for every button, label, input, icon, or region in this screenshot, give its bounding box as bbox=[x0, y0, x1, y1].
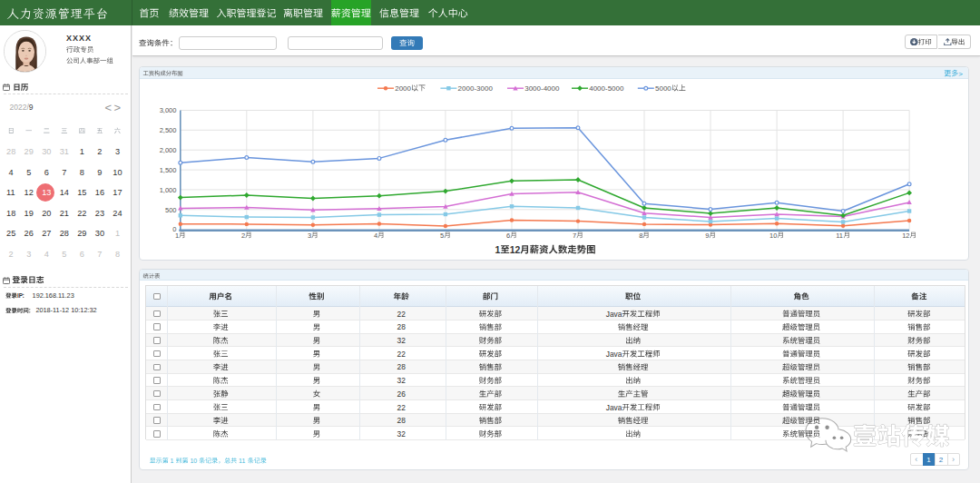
svg-text:2,000: 2,000 bbox=[160, 146, 177, 154]
svg-text:3000-4000: 3000-4000 bbox=[524, 84, 560, 93]
svg-text:2: 2 bbox=[241, 232, 245, 240]
svg-text:4: 4 bbox=[44, 250, 49, 259]
svg-text:7: 7 bbox=[573, 232, 576, 240]
svg-text:28: 28 bbox=[60, 229, 69, 238]
svg-text:13: 13 bbox=[42, 188, 51, 197]
svg-text:5000: 5000 bbox=[655, 84, 671, 93]
svg-text:8: 8 bbox=[639, 232, 642, 240]
svg-text:5: 5 bbox=[62, 250, 66, 259]
svg-text:12: 12 bbox=[510, 245, 521, 255]
svg-text:22: 22 bbox=[397, 310, 407, 319]
svg-text:>: > bbox=[958, 70, 963, 78]
svg-text:22: 22 bbox=[77, 209, 86, 218]
svg-text:26: 26 bbox=[397, 389, 407, 399]
svg-text:28: 28 bbox=[397, 362, 407, 371]
svg-text:10: 10 bbox=[190, 458, 197, 464]
svg-text:14: 14 bbox=[60, 188, 69, 197]
svg-text:Java: Java bbox=[606, 350, 622, 359]
svg-text:6: 6 bbox=[80, 250, 84, 259]
svg-text:1,000: 1,000 bbox=[160, 186, 177, 194]
svg-text:XXXX: XXXX bbox=[66, 34, 92, 43]
svg-text:1: 1 bbox=[175, 232, 179, 240]
svg-text:Java: Java bbox=[606, 310, 622, 319]
svg-text:3,000: 3,000 bbox=[160, 106, 177, 114]
svg-text:25: 25 bbox=[6, 229, 15, 238]
svg-text:19: 19 bbox=[24, 209, 34, 218]
svg-text:24: 24 bbox=[113, 209, 122, 218]
svg-text:2018-11-12 10:12:32: 2018-11-12 10:12:32 bbox=[35, 306, 96, 314]
svg-text:10: 10 bbox=[769, 232, 777, 240]
svg-text:11: 11 bbox=[836, 232, 843, 240]
svg-text:2000: 2000 bbox=[395, 84, 411, 93]
svg-text:11: 11 bbox=[6, 188, 15, 197]
svg-text:6: 6 bbox=[506, 232, 510, 240]
svg-text:29: 29 bbox=[77, 229, 86, 238]
svg-text:2: 2 bbox=[939, 456, 944, 464]
svg-text:21: 21 bbox=[60, 209, 69, 218]
svg-text:<: < bbox=[105, 101, 113, 114]
svg-text:‹: ‹ bbox=[915, 455, 917, 464]
svg-text:6: 6 bbox=[44, 168, 49, 177]
svg-text:5: 5 bbox=[440, 232, 444, 240]
svg-text:2000-3000: 2000-3000 bbox=[458, 84, 494, 93]
svg-text:16: 16 bbox=[95, 188, 104, 197]
svg-text:12: 12 bbox=[902, 232, 909, 240]
svg-text:4: 4 bbox=[9, 168, 14, 177]
svg-text:4: 4 bbox=[374, 232, 377, 240]
svg-text:8: 8 bbox=[80, 168, 84, 177]
svg-text:22: 22 bbox=[397, 403, 407, 412]
svg-text:23: 23 bbox=[95, 209, 104, 218]
svg-text:32: 32 bbox=[397, 376, 407, 385]
svg-text:30: 30 bbox=[95, 229, 104, 238]
svg-text:3: 3 bbox=[308, 232, 311, 240]
svg-text:26: 26 bbox=[24, 229, 34, 238]
svg-text:10: 10 bbox=[113, 168, 122, 177]
svg-text:28: 28 bbox=[397, 322, 407, 331]
svg-text:Java: Java bbox=[606, 403, 622, 412]
svg-text:28: 28 bbox=[6, 147, 15, 156]
svg-text:4000-5000: 4000-5000 bbox=[589, 84, 624, 93]
svg-text:27: 27 bbox=[42, 229, 51, 238]
svg-text:1: 1 bbox=[115, 229, 120, 238]
svg-text:17: 17 bbox=[113, 188, 122, 197]
svg-text:3: 3 bbox=[26, 250, 31, 259]
svg-text:1: 1 bbox=[926, 456, 931, 464]
svg-text:15: 15 bbox=[77, 188, 86, 197]
svg-text:12: 12 bbox=[24, 188, 34, 197]
svg-text:29: 29 bbox=[24, 147, 34, 156]
svg-text:5: 5 bbox=[26, 168, 31, 177]
svg-text:7: 7 bbox=[62, 168, 66, 177]
svg-text:2: 2 bbox=[9, 250, 14, 259]
svg-text:192.168.11.23: 192.168.11.23 bbox=[33, 291, 74, 300]
svg-text:11: 11 bbox=[239, 458, 245, 464]
svg-text:›: › bbox=[952, 455, 955, 464]
svg-text:2022/: 2022/ bbox=[10, 103, 30, 112]
svg-text:>: > bbox=[114, 101, 122, 114]
svg-text:1,500: 1,500 bbox=[160, 166, 177, 174]
svg-text:9: 9 bbox=[29, 103, 34, 112]
svg-text:31: 31 bbox=[60, 147, 69, 156]
svg-text:2,500: 2,500 bbox=[160, 126, 177, 134]
svg-text:9: 9 bbox=[705, 232, 709, 240]
svg-text:28: 28 bbox=[397, 416, 407, 425]
svg-text:1: 1 bbox=[80, 147, 84, 156]
svg-text:1: 1 bbox=[171, 458, 174, 464]
svg-text:IP: IP bbox=[17, 292, 24, 299]
svg-text:8: 8 bbox=[115, 250, 120, 259]
svg-text:30: 30 bbox=[42, 147, 51, 156]
svg-text:20: 20 bbox=[42, 209, 51, 218]
svg-text:18: 18 bbox=[6, 209, 15, 218]
svg-text:500: 500 bbox=[165, 206, 177, 214]
svg-text:3: 3 bbox=[115, 147, 120, 156]
svg-text:32: 32 bbox=[397, 336, 407, 345]
svg-text:32: 32 bbox=[397, 429, 407, 439]
svg-text:7: 7 bbox=[97, 250, 102, 259]
svg-text:22: 22 bbox=[397, 350, 407, 359]
svg-text:2: 2 bbox=[97, 147, 102, 156]
svg-text:9: 9 bbox=[97, 168, 102, 177]
svg-text:1: 1 bbox=[495, 245, 501, 255]
